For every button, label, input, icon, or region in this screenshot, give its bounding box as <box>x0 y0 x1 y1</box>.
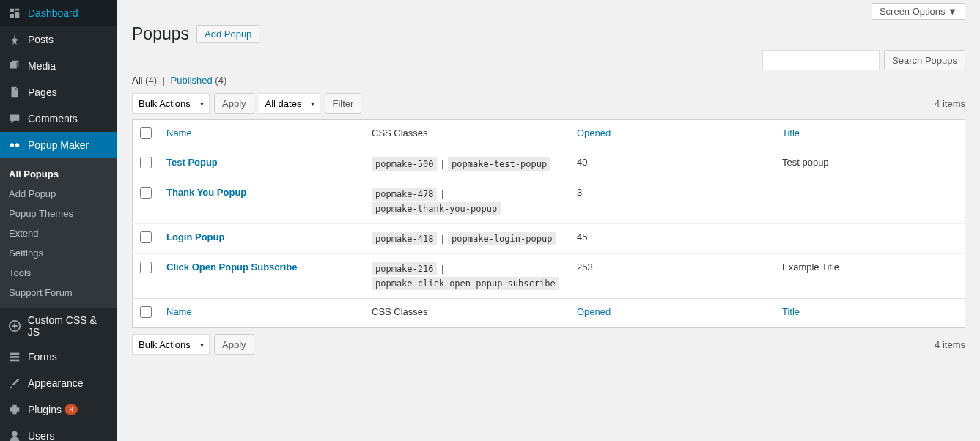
pin-icon <box>7 32 22 47</box>
menu-popup-maker[interactable]: Popup Maker <box>0 132 117 158</box>
menu-comments[interactable]: Comments <box>0 105 117 132</box>
popup-name-link[interactable]: Login Popup <box>166 231 224 242</box>
menu-label: Posts <box>28 34 54 45</box>
opened-count: 253 <box>570 254 775 299</box>
popup-name-link[interactable]: Click Open Popup Subscribe <box>166 262 297 273</box>
plus-icon <box>7 319 22 333</box>
popup-name-link[interactable]: Test Popup <box>166 157 218 168</box>
screen-options-toggle[interactable]: Screen Options ▼ <box>872 3 965 20</box>
menu-label: Users <box>28 430 55 441</box>
menu-label: Appearance <box>28 377 84 389</box>
dashboard-icon <box>7 6 22 21</box>
row-checkbox[interactable] <box>140 157 152 168</box>
bulk-actions-select-bottom[interactable]: Bulk Actions <box>132 334 210 355</box>
opened-count: 3 <box>570 179 775 224</box>
menu-media[interactable]: Media <box>0 53 117 79</box>
page-title: Popups <box>132 24 189 44</box>
date-filter-select[interactable]: All dates <box>259 93 320 114</box>
menu-dashboard[interactable]: Dashboard <box>0 0 117 26</box>
submenu-support-forum[interactable]: Support Forum <box>0 283 117 303</box>
css-class: popmake-216 <box>372 262 437 275</box>
css-class: popmake-418 <box>372 232 437 245</box>
status-filter: All (4) | Published (4) <box>132 75 965 86</box>
bulk-actions-select-top[interactable]: Bulk Actions <box>132 93 210 114</box>
menu-forms[interactable]: Forms <box>0 344 117 370</box>
filter-all[interactable]: All <box>132 75 142 86</box>
col-name[interactable]: Name <box>166 127 192 138</box>
css-class: popmake-login-popup <box>448 232 556 245</box>
popup-title <box>775 224 965 254</box>
menu-label: Popup Maker <box>28 139 89 151</box>
css-class: popmake-click-open-popup-subscribe <box>372 277 559 290</box>
item-count-top: 4 items <box>935 98 965 109</box>
submenu-settings[interactable]: Settings <box>0 243 117 263</box>
menu-pages[interactable]: Pages <box>0 79 117 105</box>
svg-point-1 <box>15 143 19 147</box>
tablenav-top: Bulk Actions Apply All dates Filter 4 it… <box>132 93 965 114</box>
menu-label: Media <box>28 60 56 72</box>
svg-rect-4 <box>10 356 20 358</box>
menu-label: Pages <box>28 86 57 98</box>
opened-count: 40 <box>570 149 775 179</box>
submenu-popup-maker: All Popups Add Popup Popup Themes Extend… <box>0 158 117 308</box>
col-title-foot[interactable]: Title <box>782 306 800 317</box>
svg-rect-3 <box>10 353 20 355</box>
menu-custom-css-js[interactable]: Custom CSS & JS <box>0 308 117 344</box>
col-name-foot[interactable]: Name <box>166 306 192 317</box>
popup-icon <box>7 138 22 152</box>
brush-icon <box>7 376 22 390</box>
css-class: popmake-test-popup <box>448 158 550 171</box>
popups-table: Name CSS Classes Opened Title Test Popup… <box>132 119 965 328</box>
menu-appearance[interactable]: Appearance <box>0 370 117 396</box>
search-input[interactable] <box>762 50 880 70</box>
select-all-top[interactable] <box>140 127 152 139</box>
plugin-icon <box>7 402 22 417</box>
submenu-tools[interactable]: Tools <box>0 263 117 283</box>
apply-button-bottom[interactable]: Apply <box>214 334 254 355</box>
submenu-extend[interactable]: Extend <box>0 223 117 243</box>
filter-published[interactable]: Published <box>171 75 213 86</box>
filter-button[interactable]: Filter <box>325 93 362 114</box>
popup-title: Test popup <box>775 149 965 179</box>
col-css: CSS Classes <box>364 120 570 149</box>
filter-all-count: (4) <box>145 75 157 86</box>
row-checkbox[interactable] <box>140 231 152 243</box>
col-title[interactable]: Title <box>782 127 800 138</box>
submenu-popup-themes[interactable]: Popup Themes <box>0 204 117 223</box>
css-class: popmake-500 <box>372 158 437 171</box>
item-count-bottom: 4 items <box>935 339 965 350</box>
opened-count: 45 <box>570 224 775 254</box>
comment-icon <box>7 111 22 126</box>
svg-point-6 <box>12 431 17 437</box>
col-opened-foot[interactable]: Opened <box>577 306 611 317</box>
css-class: popmake-478 <box>372 188 437 201</box>
users-icon <box>7 429 22 441</box>
apply-button-top[interactable]: Apply <box>214 93 254 114</box>
submenu-add-popup[interactable]: Add Popup <box>0 184 117 204</box>
row-checkbox[interactable] <box>140 262 152 273</box>
menu-label: Comments <box>28 113 78 125</box>
table-row: Click Open Popup Subscribe popmake-216 |… <box>133 254 965 299</box>
add-popup-button[interactable]: Add Popup <box>196 25 259 43</box>
menu-label: Forms <box>28 351 57 363</box>
svg-rect-5 <box>10 360 20 362</box>
table-row: Thank You Popup popmake-478 | popmake-th… <box>133 179 965 224</box>
search-button[interactable]: Search Popups <box>884 50 965 70</box>
submenu-all-popups[interactable]: All Popups <box>0 164 117 184</box>
col-css-foot: CSS Classes <box>364 299 570 328</box>
table-row: Test Popup popmake-500 | popmake-test-po… <box>133 149 965 179</box>
css-class: popmake-thank-you-popup <box>372 202 501 215</box>
menu-users[interactable]: Users <box>0 423 117 441</box>
admin-sidebar: Dashboard Posts Media Pages Comments Pop… <box>0 0 117 441</box>
menu-plugins[interactable]: Plugins 3 <box>0 396 117 423</box>
tablenav-bottom: Bulk Actions Apply 4 items <box>132 334 965 355</box>
update-badge: 3 <box>65 404 78 415</box>
page-icon <box>7 85 22 100</box>
menu-label: Dashboard <box>28 7 78 19</box>
col-opened[interactable]: Opened <box>577 127 611 138</box>
select-all-bottom[interactable] <box>140 306 152 318</box>
row-checkbox[interactable] <box>140 187 152 199</box>
popup-name-link[interactable]: Thank You Popup <box>166 187 246 198</box>
menu-label: Custom CSS & JS <box>28 314 110 338</box>
menu-posts[interactable]: Posts <box>0 26 117 53</box>
